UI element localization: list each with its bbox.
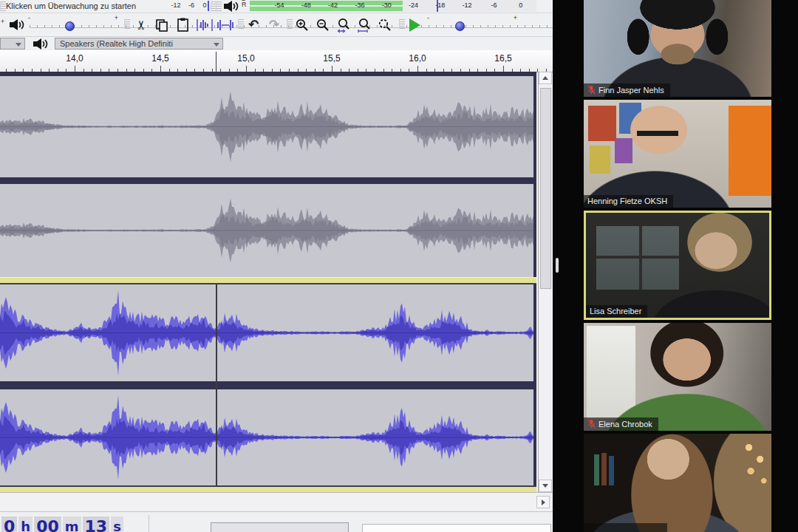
toolbar-grip[interactable] <box>287 19 293 29</box>
ruler-time-label: 16,5 <box>494 53 511 64</box>
playback-scale-label: -6 <box>491 1 497 9</box>
scroll-up-button[interactable] <box>539 72 552 84</box>
time-digits[interactable]: 13 <box>83 516 110 532</box>
playback-scale-label: 0 <box>519 1 522 9</box>
edit-cursor-line <box>216 284 217 485</box>
focus-border-bottom <box>0 485 536 492</box>
fit-selection-icon <box>336 17 351 33</box>
silence-audio-button[interactable] <box>216 16 235 34</box>
participant-name-tag: Finn Jasper Nehls <box>584 83 670 97</box>
participant-tile-3-active-speaker[interactable]: Lisa Schreiber <box>584 211 771 320</box>
zoom-out-button[interactable] <box>313 16 332 34</box>
toolbar-grip[interactable] <box>238 19 244 29</box>
audacity-window: Klicken um Überwachung zu starten -12-60… <box>0 0 553 532</box>
trim-audio-button[interactable] <box>195 16 214 34</box>
zoom-in-button[interactable] <box>293 16 312 34</box>
participant-tile-4[interactable]: Elena Chrobok <box>584 323 771 431</box>
undo-icon: ↶ <box>248 18 259 31</box>
mixer-plus-label: + <box>1 18 4 25</box>
playback-meter-bar-right <box>250 7 403 11</box>
participant-tile-5[interactable] <box>584 434 771 532</box>
selection-end-field[interactable] <box>211 522 349 532</box>
scroll-down-button[interactable] <box>539 480 552 492</box>
arrow-right-icon <box>542 499 545 505</box>
ruler-major-tick <box>332 66 332 72</box>
toolbar-grip[interactable] <box>0 1 6 11</box>
time-digits[interactable]: 00 <box>34 516 61 532</box>
copy-button[interactable] <box>152 16 171 34</box>
timeline-ruler[interactable]: 13,514,014,515,015,516,016,5 <box>0 50 553 72</box>
playback-scale-label: -42 <box>328 1 338 9</box>
participant-name: Finn Jasper Nehls <box>598 86 664 95</box>
cut-button[interactable]: ✂ <box>132 16 151 34</box>
participant-name-tag-cropped <box>584 523 667 532</box>
zoom-in-icon <box>295 18 310 33</box>
participant-tile-2[interactable]: Henning Fietze OKSH <box>584 100 771 208</box>
scissors-icon: ✂ <box>134 19 149 30</box>
playback-scale-label: -36 <box>355 1 364 9</box>
toolbar-grip[interactable] <box>124 19 130 29</box>
playback-meter[interactable]: -54-48-42-36-30-24-18-12-60 <box>250 0 536 12</box>
fit-project-button[interactable] <box>355 16 374 34</box>
zoom-out-icon <box>316 18 330 33</box>
channel-r-label: R <box>242 1 249 7</box>
toolbar-grip[interactable] <box>399 19 405 29</box>
slider-plus-label: + <box>514 14 517 21</box>
video-feed <box>586 213 769 318</box>
ruler-major-tick <box>503 66 504 72</box>
arrow-down-icon <box>542 484 548 488</box>
vertical-scrollbar[interactable] <box>538 72 552 492</box>
time-unit[interactable]: h <box>18 516 33 532</box>
host-combo-stub[interactable] <box>0 38 25 50</box>
playback-device-value: Speakers (Realtek High Definiti <box>60 39 173 48</box>
audio-track-3-selected[interactable] <box>0 284 536 381</box>
record-meter-peak-marker <box>208 1 209 11</box>
redo-button[interactable]: ↷ <box>265 16 284 34</box>
slider-minus-label: - <box>427 14 429 21</box>
play-speed-slider[interactable]: - + <box>429 19 516 31</box>
slider-thumb[interactable] <box>455 21 465 31</box>
playback-device-combo[interactable]: Speakers (Realtek High Definiti <box>55 38 223 50</box>
audio-track-1[interactable] <box>0 76 536 177</box>
ruler-major-tick <box>246 66 247 72</box>
play-at-speed-button[interactable] <box>405 16 424 34</box>
playback-volume-slider[interactable]: - + <box>30 19 117 31</box>
silence-audio-icon <box>217 19 233 31</box>
screen: Klicken um Überwachung zu starten -12-60… <box>0 0 798 532</box>
zoom-toggle-button[interactable] <box>375 16 395 34</box>
toolbar-grip[interactable] <box>216 1 222 11</box>
clipboard-icon <box>177 18 189 32</box>
fit-selection-button[interactable] <box>334 16 353 34</box>
paste-button[interactable] <box>173 16 192 34</box>
ruler-time-label: 15,5 <box>323 53 340 64</box>
audio-position-field[interactable] <box>362 524 551 532</box>
participant-name: Henning Fietze OKSH <box>587 197 667 205</box>
audio-track-2[interactable] <box>0 184 536 277</box>
participant-name-tag: Lisa Schreiber <box>586 305 647 318</box>
scroll-right-button[interactable] <box>536 496 550 508</box>
chevron-down-icon <box>214 43 219 47</box>
undo-button[interactable]: ↶ <box>244 16 263 34</box>
record-scale-label: -12 <box>171 1 180 9</box>
ruler-time-label: 16,0 <box>409 53 426 64</box>
time-digits[interactable]: 0 <box>1 516 17 532</box>
time-unit[interactable]: m <box>63 516 81 532</box>
playback-meter-bar-left <box>250 1 403 5</box>
record-meter-monitor-text[interactable]: Klicken um Überwachung zu starten <box>6 1 136 10</box>
playback-scale-label: -12 <box>463 1 472 9</box>
vertical-scrollbar-thumb[interactable] <box>540 88 551 289</box>
edit-toolbar: + - + ✂ <box>0 13 553 37</box>
slider-plus-label: + <box>115 14 118 21</box>
participant-tile-1[interactable]: Finn Jasper Nehls <box>584 0 771 97</box>
slider-thumb[interactable] <box>65 21 75 31</box>
mic-muted-icon <box>587 85 596 95</box>
chevron-down-icon <box>16 43 21 47</box>
selection-start-time-display[interactable]: 0h00m13s <box>1 516 125 532</box>
audio-track-4-selected[interactable] <box>0 389 536 485</box>
waveform-track-3 <box>0 284 533 381</box>
playback-scale-label: -30 <box>382 1 392 9</box>
panel-resize-handle[interactable] <box>556 258 559 273</box>
time-unit[interactable]: s <box>111 516 123 532</box>
horizontal-scrollbar[interactable] <box>0 492 553 511</box>
trim-audio-icon <box>197 19 213 31</box>
